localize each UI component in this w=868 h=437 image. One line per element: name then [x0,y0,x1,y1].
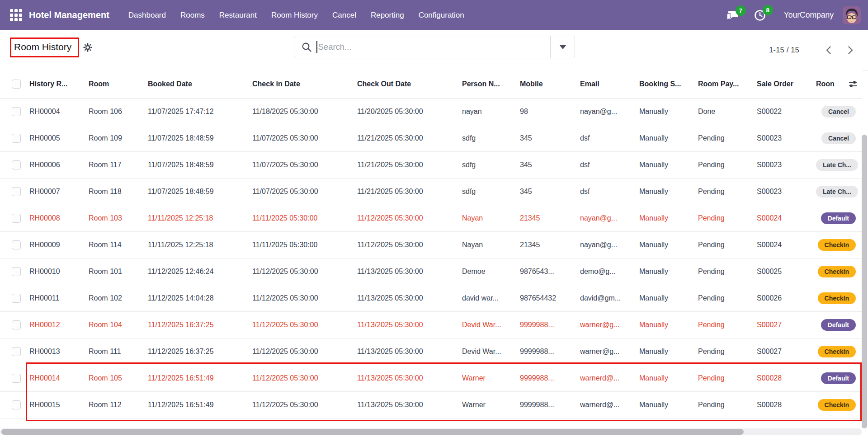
cell-room-status: CheckIn [812,258,862,285]
user-avatar[interactable] [843,6,861,24]
room-status-badge: Default [821,319,856,331]
menu-item-reporting[interactable]: Reporting [363,6,411,24]
column-header-room-status[interactable]: Roon [812,70,862,99]
cell-mobile: 9999988... [516,392,576,418]
table-row[interactable]: RH00005Room 10911/07/2025 18:48:5911/07/… [0,125,862,152]
cell-booked: 11/07/2025 18:48:59 [144,179,249,205]
cell-checkout: 11/21/2025 05:30:00 [354,152,458,179]
cell-booking: Manually [636,392,694,418]
table-row[interactable]: RH00014Room 10511/12/2025 16:51:4911/12/… [0,365,862,392]
cell-email: demo@g... [576,258,636,285]
cell-booking: Manually [636,152,694,179]
row-checkbox[interactable] [12,347,21,356]
pager-next-button[interactable] [843,42,858,58]
vertical-scrollbar[interactable] [862,135,867,428]
cell-payment: Pending [694,205,753,232]
pager-previous-button[interactable] [821,42,836,58]
row-checkbox[interactable] [12,107,21,116]
search-input[interactable]: Search... [294,36,550,58]
row-checkbox[interactable] [12,400,21,409]
menu-item-restaurant[interactable]: Restaurant [212,6,264,24]
cell-history: RH00015 [26,392,85,418]
column-header-history[interactable]: History R... [26,70,85,99]
column-header-person-name[interactable]: Person N... [458,70,516,99]
row-checkbox[interactable] [12,374,21,383]
column-header-mobile[interactable]: Mobile [516,70,576,99]
optional-columns-button[interactable] [849,80,857,88]
cell-payment: Pending [694,232,753,258]
row-checkbox[interactable] [12,267,21,276]
chevron-left-icon [824,45,833,55]
menu-item-configuration[interactable]: Configuration [411,6,472,24]
horizontal-scrollbar-thumb[interactable] [1,429,744,435]
cell-checkout: 11/13/2025 05:30:00 [354,285,458,312]
sliders-icon [849,80,857,88]
cell-payment: Pending [694,179,753,205]
cell-email: dsf [576,152,636,179]
cell-room-status: Cancel [812,125,862,152]
view-settings-button[interactable] [83,42,93,52]
menu-item-room-history[interactable]: Room History [264,6,325,24]
row-checkbox[interactable] [12,134,21,143]
column-header-room[interactable]: Room [85,70,144,99]
cell-history: RH00009 [26,232,85,258]
search-placeholder: Search... [318,42,352,52]
column-header-sale-order[interactable]: Sale Order [753,70,812,99]
cell-room: Room 112 [85,392,144,418]
table-row[interactable]: RH00011Room 10211/12/2025 14:04:2811/12/… [0,285,862,312]
row-checkbox[interactable] [12,240,21,249]
cell-booked: 11/12/2025 16:51:49 [144,392,249,418]
column-header-room-payment[interactable]: Room Pay... [694,70,753,99]
row-checkbox[interactable] [12,294,21,303]
cell-room-status: Default [812,205,862,232]
systray: 7 8 YourCompany [726,6,868,24]
cell-person: sdfg [458,179,516,205]
menu-item-cancel[interactable]: Cancel [325,6,363,24]
cell-sale: S00025 [753,258,812,285]
column-header-email[interactable]: Email [576,70,636,99]
cell-checkbox [0,152,26,179]
cell-mobile: 21345 [516,232,576,258]
menu-item-dashboard[interactable]: Dashboard [121,6,173,24]
row-checkbox[interactable] [12,214,21,223]
cell-booked: 11/12/2025 12:46:24 [144,258,249,285]
cell-sale: S00023 [753,152,812,179]
cell-history: RH00005 [26,125,85,152]
messages-count-badge: 7 [736,5,746,16]
cell-history: RH00012 [26,312,85,338]
table-row[interactable]: RH00010Room 10111/12/2025 12:46:2411/12/… [0,258,862,285]
horizontal-scrollbar-track[interactable] [0,428,862,435]
cell-checkin: 11/11/2025 05:30:00 [249,232,354,258]
cell-checkout: 11/12/2025 05:30:00 [354,205,458,232]
app-title[interactable]: Hotel Management [29,10,109,20]
cell-checkin: 11/07/2025 05:30:00 [249,179,354,205]
activities-button[interactable]: 8 [754,9,766,21]
table-row[interactable]: RH00009Room 11411/11/2025 12:25:1811/11/… [0,232,862,258]
company-switcher[interactable]: YourCompany [784,10,834,20]
menu-item-rooms[interactable]: Rooms [173,6,212,24]
row-checkbox[interactable] [12,320,21,329]
cell-booked: 11/07/2025 18:48:59 [144,152,249,179]
cell-room-status: CheckIn [812,392,862,418]
cell-sale: S00023 [753,179,812,205]
cell-room: Room 104 [85,312,144,338]
row-checkbox[interactable] [12,187,21,196]
table-row[interactable]: RH00007Room 11811/07/2025 18:48:5911/07/… [0,179,862,205]
search-options-toggle[interactable] [550,36,575,58]
chevron-right-icon [846,45,855,55]
table-row[interactable]: RH00008Room 10311/11/2025 12:25:1811/11/… [0,205,862,232]
table-row[interactable]: RH00004Room 10611/07/2025 17:47:1211/18/… [0,99,862,125]
table-row[interactable]: RH00012Room 10411/12/2025 16:37:2511/12/… [0,312,862,338]
column-header-booking-source[interactable]: Booking S... [636,70,694,99]
column-header-booked-date[interactable]: Booked Date [144,70,249,99]
select-all-checkbox[interactable] [12,80,21,89]
table-row[interactable]: RH00006Room 11711/07/2025 18:48:5911/07/… [0,152,862,179]
table-row[interactable]: RH00015Room 11211/12/2025 16:51:4911/12/… [0,392,862,418]
column-header-checkin-date[interactable]: Check in Date [249,70,354,99]
table-row[interactable]: RH00013Room 11111/12/2025 16:37:2511/12/… [0,338,862,365]
cell-room: Room 105 [85,365,144,392]
column-header-checkout-date[interactable]: Check Out Date [354,70,458,99]
row-checkbox[interactable] [12,160,21,169]
messages-button[interactable]: 7 [726,10,739,21]
apps-grid-icon[interactable] [10,9,22,21]
